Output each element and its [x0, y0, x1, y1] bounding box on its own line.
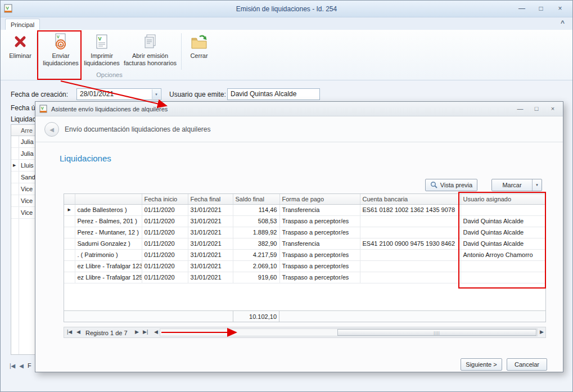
imprimir-liquidaciones-button[interactable]: V Imprimir liquidaciones	[84, 32, 120, 66]
eliminar-button[interactable]: Eliminar	[5, 32, 35, 60]
cell-name[interactable]: Sadurni Gonzalez )	[75, 238, 142, 249]
table-row[interactable]: Sadurni Gonzalez ) 01/11/2020 31/01/2021…	[64, 238, 545, 249]
cell-pago[interactable]: Traspaso a perceptor/es	[279, 249, 360, 260]
cell-saldo[interactable]: 919,60	[233, 272, 279, 283]
marcar-dropdown-button[interactable]: ▼	[532, 179, 542, 191]
cell-fecha-final[interactable]: 31/01/2021	[188, 204, 233, 215]
cell-pago[interactable]: Transferencia	[279, 238, 360, 249]
usuario-emite-input[interactable]: David Quintas Alcalde	[227, 88, 320, 100]
cell-name[interactable]: Perez - Balmes, 201 )	[75, 215, 142, 227]
cell-fecha-inicio[interactable]: 01/11/2020	[142, 215, 188, 227]
cell-saldo[interactable]: 2.069,10	[233, 260, 279, 272]
cell-name[interactable]: ez Llibre - Trafalgar 125 )	[75, 272, 142, 283]
fecha-creacion-dropdown[interactable]: ▼	[152, 89, 160, 99]
cell-fecha-final[interactable]: 31/01/2021	[188, 249, 233, 260]
cell-pago[interactable]: Traspaso a perceptor/es	[279, 227, 360, 238]
dialog-minimize-button[interactable]: —	[515, 104, 526, 113]
nav-next-button[interactable]: ▶	[135, 329, 139, 335]
col-fecha-final[interactable]: Fecha final	[188, 194, 233, 204]
vista-previa-button[interactable]: Vista previa	[425, 179, 477, 191]
invoice-stack-icon	[143, 32, 157, 51]
table-row[interactable]: Perez - Balmes, 201 ) 01/11/2020 31/01/2…	[64, 215, 545, 227]
dialog-restore-button[interactable]: □	[531, 104, 542, 113]
close-button[interactable]: ×	[553, 3, 567, 13]
cell-usuario[interactable]: David Quintas Alcalde	[461, 227, 545, 238]
col-usuario-asignado[interactable]: Usuario asignado	[461, 194, 545, 204]
fecha-creacion-input[interactable]: 28/01/2021 ▼	[76, 88, 161, 100]
table-row[interactable]: . ( Patrimonio ) 01/11/2020 31/01/2021 4…	[64, 249, 545, 260]
cell-name[interactable]: cade Ballesteros )	[75, 204, 142, 215]
cell-usuario[interactable]: David Quintas Alcalde	[461, 238, 545, 249]
cell-usuario[interactable]	[461, 260, 545, 272]
cell-usuario[interactable]	[461, 272, 545, 283]
hscroll-thumb[interactable]: ||||	[337, 329, 536, 336]
marcar-button[interactable]: Marcar ▼	[491, 179, 542, 191]
cell-cuenta[interactable]	[360, 272, 461, 283]
nav-prev-button[interactable]: ◀	[76, 329, 80, 335]
abrir-label: Abrir emisión facturas honorarios	[122, 52, 178, 66]
ribbon: Eliminar V Enviar liquidaciones V Imprim…	[1, 30, 572, 80]
cell-saldo[interactable]: 114,46	[233, 204, 279, 215]
nav-last-button[interactable]: ▶|	[143, 329, 148, 335]
cell-fecha-inicio[interactable]: 01/11/2020	[142, 227, 188, 238]
svg-text:V: V	[98, 36, 102, 42]
cell-saldo[interactable]: 508,53	[233, 215, 279, 227]
enviar-liquidaciones-button[interactable]: V Enviar liquidaciones	[40, 32, 82, 66]
abrir-emision-button[interactable]: Abrir emisión facturas honorarios	[122, 32, 178, 66]
cell-cuenta[interactable]: ES61 0182 1002 1362 1435 9078	[360, 204, 461, 215]
back-button[interactable]: ◀	[44, 122, 59, 137]
cell-saldo[interactable]: 1.889,92	[233, 227, 279, 238]
table-row[interactable]: ez Llibre - Trafalgar 125 ) 01/11/2020 3…	[64, 272, 545, 283]
cell-name[interactable]: ez Llibre - Trafalgar 123 )	[75, 260, 142, 272]
cell-saldo[interactable]: 382,90	[233, 238, 279, 249]
col-saldo-final[interactable]: Saldo final	[233, 194, 279, 204]
table-row[interactable]: Perez - Muntaner, 12 ) 01/11/2020 31/01/…	[64, 227, 545, 238]
cell-usuario[interactable]	[461, 204, 545, 215]
cell-cuenta[interactable]	[360, 215, 461, 227]
col-forma-pago[interactable]: Forma de pago	[279, 194, 360, 204]
cell-fecha-final[interactable]: 31/01/2021	[188, 260, 233, 272]
hscroll-left-button[interactable]: ◀	[154, 329, 158, 335]
table-row[interactable]: ▶ cade Ballesteros ) 01/11/2020 31/01/20…	[64, 204, 545, 215]
cell-pago[interactable]: Traspaso a perceptor/es	[279, 260, 360, 272]
cell-cuenta[interactable]	[360, 227, 461, 238]
minimize-button[interactable]: —	[515, 3, 529, 13]
cell-fecha-inicio[interactable]: 01/11/2020	[142, 204, 188, 215]
hscroll-track[interactable]: ||||	[160, 328, 538, 336]
cell-fecha-inicio[interactable]: 01/11/2020	[142, 238, 188, 249]
col-indicator	[64, 194, 75, 204]
cell-fecha-final[interactable]: 31/01/2021	[188, 227, 233, 238]
table-row[interactable]: ez Llibre - Trafalgar 123 ) 01/11/2020 3…	[64, 260, 545, 272]
cell-usuario[interactable]: Antonio Arroyo Chamorro	[461, 249, 545, 260]
hscroll-right-button[interactable]: ▶	[540, 329, 544, 335]
cell-cuenta[interactable]	[360, 249, 461, 260]
cell-fecha-final[interactable]: 31/01/2021	[188, 272, 233, 283]
col-fecha-inicio[interactable]: Fecha inicio	[142, 194, 188, 204]
siguiente-button[interactable]: Siguiente >	[461, 358, 502, 371]
dialog-close-button[interactable]: ×	[547, 104, 558, 113]
cell-pago[interactable]: Traspaso a perceptor/es	[279, 272, 360, 283]
col-cuenta-bancaria[interactable]: Cuenta bancaria	[360, 194, 461, 204]
cerrar-button[interactable]: Cerrar	[184, 32, 214, 60]
cell-usuario[interactable]: David Quintas Alcalde	[461, 215, 545, 227]
ribbon-collapse-button[interactable]: ^	[561, 19, 565, 27]
cell-fecha-inicio[interactable]: 01/11/2020	[142, 260, 188, 272]
bg-nav-first-button[interactable]: |◀	[10, 363, 15, 369]
cell-cuenta[interactable]	[360, 260, 461, 272]
cancelar-button[interactable]: Cancelar	[507, 358, 547, 371]
cell-name[interactable]: . ( Patrimonio )	[75, 249, 142, 260]
restore-button[interactable]: □	[534, 3, 548, 13]
bg-nav-prev-button[interactable]: ◀	[19, 363, 24, 369]
cell-fecha-inicio[interactable]: 01/11/2020	[142, 272, 188, 283]
col-arrendatario[interactable]	[75, 194, 142, 204]
cell-fecha-final[interactable]: 31/01/2021	[188, 238, 233, 249]
cell-cuenta[interactable]: ES41 2100 0900 9475 1930 8462	[360, 238, 461, 249]
tab-principal[interactable]: Principal	[5, 19, 40, 30]
nav-first-button[interactable]: |◀	[67, 329, 72, 335]
cell-fecha-inicio[interactable]: 01/11/2020	[142, 249, 188, 260]
cell-fecha-final[interactable]: 31/01/2021	[188, 215, 233, 227]
cell-pago[interactable]: Traspaso a perceptor/es	[279, 215, 360, 227]
cell-saldo[interactable]: 4.217,59	[233, 249, 279, 260]
cell-pago[interactable]: Transferencia	[279, 204, 360, 215]
cell-name[interactable]: Perez - Muntaner, 12 )	[75, 227, 142, 238]
